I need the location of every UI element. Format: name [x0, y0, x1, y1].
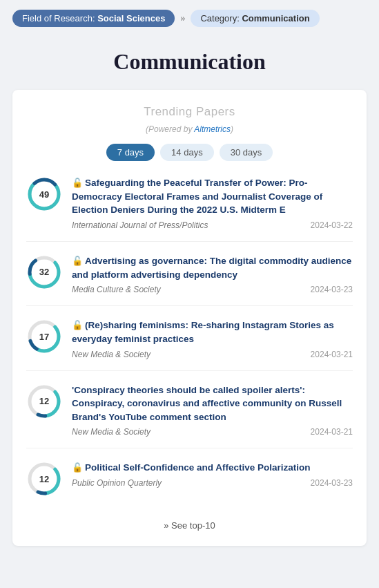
breadcrumb-arrow: »	[180, 13, 185, 24]
open-access-icon-5: 🔓	[72, 462, 83, 475]
breadcrumb: Field of Research: Social Sciences » Cat…	[0, 0, 379, 37]
paper-title-3[interactable]: 🔓(Re)sharing feminisms: Re-sharing Insta…	[72, 319, 353, 345]
paper-item: 49 🔓Safeguarding the Peaceful Transfer o…	[26, 176, 353, 242]
altmetrics-link[interactable]: Altmetrics	[194, 124, 231, 134]
date-2: 2024-03-23	[311, 285, 353, 294]
paper-title-1[interactable]: 🔓Safeguarding the Peaceful Transfer of P…	[72, 176, 353, 217]
tab-14days[interactable]: 14 days	[160, 144, 214, 161]
journal-2: Media Culture & Society	[72, 285, 161, 294]
paper-meta-1: International Journal of Press/Politics …	[72, 220, 353, 230]
paper-meta-2: Media Culture & Society 2024-03-23	[72, 285, 353, 294]
powered-by: (Powered by Altmetrics)	[26, 124, 353, 134]
score-2: 32	[39, 267, 49, 277]
open-access-icon-1: 🔓	[72, 177, 83, 190]
trending-title: Trending Papers	[26, 105, 353, 119]
tab-7days[interactable]: 7 days	[106, 144, 155, 161]
paper-item: 12 'Conspiracy theories should be called…	[26, 383, 353, 449]
category-label: Category:	[200, 13, 239, 23]
tab-30days[interactable]: 30 days	[220, 144, 273, 161]
paper-meta-4: New Media & Society 2024-03-21	[72, 427, 353, 437]
score-3: 17	[39, 332, 49, 342]
field-label: Field of Research:	[22, 13, 95, 23]
paper-content-3: 🔓(Re)sharing feminisms: Re-sharing Insta…	[72, 319, 353, 359]
powered-label: (Powered by	[146, 124, 194, 134]
time-tabs: 7 days 14 days 30 days	[26, 144, 353, 161]
paper-content-1: 🔓Safeguarding the Peaceful Transfer of P…	[72, 176, 353, 230]
score-1: 49	[39, 189, 49, 200]
paper-item: 12 🔓Political Self-Confidence and Affect…	[26, 461, 353, 508]
paper-title-2[interactable]: 🔓Advertising as governance: The digital …	[72, 254, 353, 281]
score-5: 12	[39, 474, 49, 484]
paper-content-4: 'Conspiracy theories should be called sp…	[72, 383, 353, 437]
open-access-icon-2: 🔓	[72, 255, 83, 268]
powered-close: )	[231, 124, 233, 134]
altmetric-donut-3: 17	[26, 319, 62, 354]
see-top: » See top-10	[26, 513, 353, 533]
altmetric-donut-2: 32	[26, 254, 62, 290]
date-3: 2024-03-21	[311, 350, 353, 359]
field-tag[interactable]: Field of Research: Social Sciences	[12, 10, 175, 27]
journal-5: Public Opinion Quarterly	[72, 478, 162, 488]
category-tag[interactable]: Category: Communication	[191, 10, 319, 27]
score-4: 12	[39, 396, 49, 406]
altmetric-donut-1: 49	[26, 176, 62, 212]
paper-title-5[interactable]: 🔓Political Self-Confidence and Affective…	[72, 461, 353, 475]
altmetric-donut-4: 12	[26, 383, 62, 419]
paper-meta-5: Public Opinion Quarterly 2024-03-23	[72, 478, 353, 488]
see-top-link[interactable]: » See top-10	[164, 520, 215, 531]
date-4: 2024-03-21	[311, 427, 353, 437]
open-access-icon-3: 🔓	[72, 319, 83, 332]
paper-item: 17 🔓(Re)sharing feminisms: Re-sharing In…	[26, 319, 353, 370]
category-value: Communication	[242, 13, 309, 23]
paper-meta-3: New Media & Society 2024-03-21	[72, 350, 353, 359]
page-title: Communication	[0, 37, 379, 90]
journal-4: New Media & Society	[72, 427, 150, 437]
trending-card: Trending Papers (Powered by Altmetrics) …	[12, 90, 367, 546]
date-1: 2024-03-22	[311, 220, 353, 230]
date-5: 2024-03-23	[311, 478, 353, 488]
paper-content-2: 🔓Advertising as governance: The digital …	[72, 254, 353, 294]
journal-1: International Journal of Press/Politics	[72, 220, 208, 230]
journal-3: New Media & Society	[72, 350, 150, 359]
paper-title-4[interactable]: 'Conspiracy theories should be called sp…	[72, 383, 353, 424]
field-value: Social Sciences	[97, 13, 165, 23]
paper-content-5: 🔓Political Self-Confidence and Affective…	[72, 461, 353, 488]
altmetric-donut-5: 12	[26, 461, 62, 497]
paper-item: 32 🔓Advertising as governance: The digit…	[26, 254, 353, 306]
